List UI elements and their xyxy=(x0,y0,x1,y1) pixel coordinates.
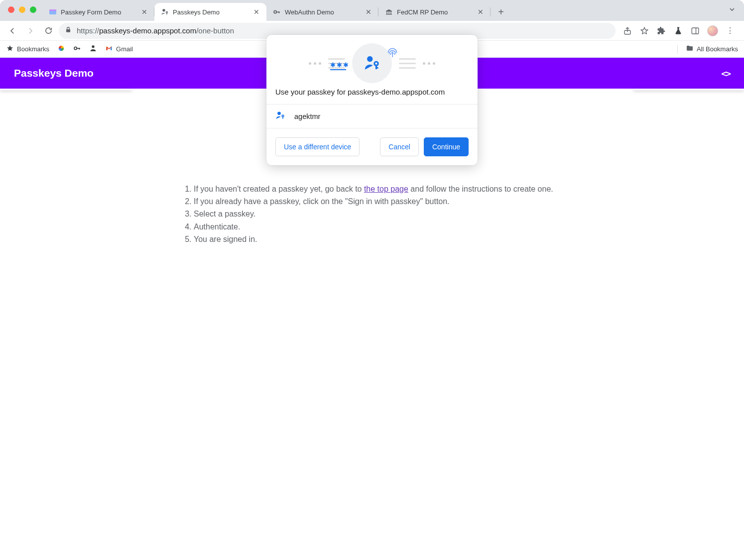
decorative-lines-icon xyxy=(399,58,416,69)
tab-strip: Passkey Form Demo ✕ Passkeys Demo ✕ WebA… xyxy=(0,0,744,21)
svg-point-19 xyxy=(92,45,94,48)
use-different-device-button[interactable]: Use a different device xyxy=(275,137,360,156)
svg-rect-9 xyxy=(388,11,389,14)
svg-point-5 xyxy=(274,10,276,13)
svg-rect-23 xyxy=(375,67,378,69)
instruction-1-prefix: If you haven't created a passkey yet, go… xyxy=(194,185,364,193)
tab-passkeys-demo[interactable]: Passkeys Demo ✕ xyxy=(154,3,266,21)
bookmark-label: Gmail xyxy=(116,45,133,53)
favicon-form-icon xyxy=(48,8,57,16)
person-icon xyxy=(89,44,97,54)
continue-button[interactable]: Continue xyxy=(424,137,469,156)
extensions-icon[interactable] xyxy=(656,26,666,36)
passkey-person-icon xyxy=(364,55,380,72)
window-minimize-button[interactable] xyxy=(19,6,25,13)
account-passkey-icon xyxy=(275,111,285,122)
svg-rect-26 xyxy=(282,117,283,119)
profile-avatar[interactable] xyxy=(707,25,718,36)
lock-icon xyxy=(65,26,72,35)
forward-button[interactable] xyxy=(23,23,38,38)
top-page-link[interactable]: the top page xyxy=(364,185,408,193)
svg-rect-1 xyxy=(49,9,56,11)
passkey-illustration: ✱✱✱ xyxy=(266,35,478,85)
tab-fedcm-rp-demo[interactable]: FedCM RP Demo ✕ xyxy=(378,3,491,21)
star-icon[interactable] xyxy=(639,26,649,36)
url-text: https://passkeys-demo.appspot.com/one-bu… xyxy=(77,26,234,35)
tab-title: Passkeys Demo xyxy=(173,8,248,16)
url-host: passkeys-demo.appspot.com xyxy=(99,26,196,35)
bookmarks-bar-divider xyxy=(677,45,678,54)
gmail-icon xyxy=(105,44,113,54)
password-asterisks-icon: ✱✱✱ xyxy=(330,61,350,69)
back-button[interactable] xyxy=(5,23,20,38)
share-icon[interactable] xyxy=(622,26,632,36)
bookmark-label: Bookmarks xyxy=(17,45,49,53)
chrome-menu-button[interactable]: ⋮ xyxy=(725,26,735,36)
password-underline-icon xyxy=(330,69,346,70)
url-scheme: https:// xyxy=(77,26,99,35)
bookmark-gmail[interactable]: Gmail xyxy=(105,44,133,54)
instruction-2: If you already have a passkey, click on … xyxy=(194,196,561,207)
svg-rect-7 xyxy=(278,11,279,13)
tabs: Passkey Form Demo ✕ Passkeys Demo ✕ WebA… xyxy=(42,3,728,21)
tab-title: WebAuthn Demo xyxy=(285,8,361,16)
svg-rect-14 xyxy=(692,28,699,34)
svg-point-24 xyxy=(277,112,281,115)
instruction-1-suffix: and follow the instructions to create on… xyxy=(408,185,553,193)
window-zoom-button[interactable] xyxy=(30,6,36,13)
tab-webauthn-demo[interactable]: WebAuthn Demo ✕ xyxy=(266,3,378,21)
bookmark-key[interactable] xyxy=(73,44,81,54)
key-icon xyxy=(73,44,81,54)
reload-button[interactable] xyxy=(41,23,56,38)
bookmark-bookmarks[interactable]: Bookmarks xyxy=(6,44,49,54)
decorative-dots-icon xyxy=(309,62,321,65)
bookmark-person[interactable] xyxy=(89,44,97,54)
favicon-bank-icon xyxy=(384,8,393,16)
page-title: Passkeys Demo xyxy=(14,67,94,79)
cancel-button[interactable]: Cancel xyxy=(380,137,419,156)
favicon-passkey-icon xyxy=(160,8,169,16)
account-name: agektmr xyxy=(294,112,320,120)
star-filled-icon xyxy=(6,44,14,54)
decorative-dots-icon xyxy=(423,62,435,65)
svg-point-25 xyxy=(282,115,284,117)
svg-rect-11 xyxy=(386,14,392,14)
instruction-4: Authenticate. xyxy=(194,221,561,232)
svg-point-3 xyxy=(166,11,167,13)
favicon-key-icon xyxy=(272,8,281,16)
svg-rect-8 xyxy=(386,11,387,14)
svg-point-20 xyxy=(367,56,372,62)
url-path: /one-button xyxy=(196,26,234,35)
window-close-button[interactable] xyxy=(8,6,14,13)
instruction-5: You are signed in. xyxy=(194,233,561,245)
code-toggle-button[interactable]: <> xyxy=(721,68,730,79)
dialog-actions: Use a different device Cancel Continue xyxy=(266,128,478,165)
tab-title: Passkey Form Demo xyxy=(61,8,136,16)
tab-close-button[interactable]: ✕ xyxy=(365,8,372,16)
tab-title: FedCM RP Demo xyxy=(397,8,473,16)
new-tab-button[interactable]: + xyxy=(494,4,508,19)
svg-rect-12 xyxy=(66,29,70,32)
svg-rect-18 xyxy=(79,48,80,49)
svg-rect-4 xyxy=(166,13,167,14)
passkey-dialog: ✱✱✱ Use your passkey for passkeys-demo.a… xyxy=(266,35,478,165)
sidepanel-icon[interactable] xyxy=(690,26,700,36)
window-controls xyxy=(5,6,42,15)
passkey-graphic: ✱✱✱ xyxy=(352,43,392,83)
tab-close-button[interactable]: ✕ xyxy=(477,8,485,16)
folder-icon xyxy=(686,44,694,54)
account-row[interactable]: agektmr xyxy=(266,104,478,128)
svg-point-16 xyxy=(74,47,77,49)
instruction-3: Select a passkey. xyxy=(194,208,561,220)
bookmark-photos[interactable] xyxy=(57,44,65,54)
tab-close-button[interactable]: ✕ xyxy=(140,8,148,16)
labs-icon[interactable] xyxy=(673,26,683,36)
google-photos-icon xyxy=(57,44,65,54)
tab-close-button[interactable]: ✕ xyxy=(252,8,260,16)
tab-passkey-form-demo[interactable]: Passkey Form Demo ✕ xyxy=(42,3,154,21)
all-bookmarks-button[interactable]: All Bookmarks xyxy=(686,44,738,54)
tab-overflow-button[interactable] xyxy=(728,5,744,15)
toolbar-right: ⋮ xyxy=(619,25,739,36)
instruction-1: If you haven't created a passkey yet, go… xyxy=(194,183,561,195)
all-bookmarks-label: All Bookmarks xyxy=(697,45,738,53)
